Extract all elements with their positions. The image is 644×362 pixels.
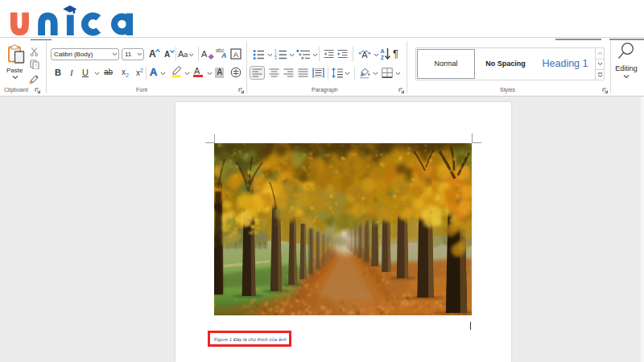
svg-text:Z: Z	[381, 55, 385, 60]
svg-text:3: 3	[275, 56, 277, 60]
svg-text:A: A	[233, 50, 239, 59]
svg-text:A: A	[380, 48, 384, 54]
